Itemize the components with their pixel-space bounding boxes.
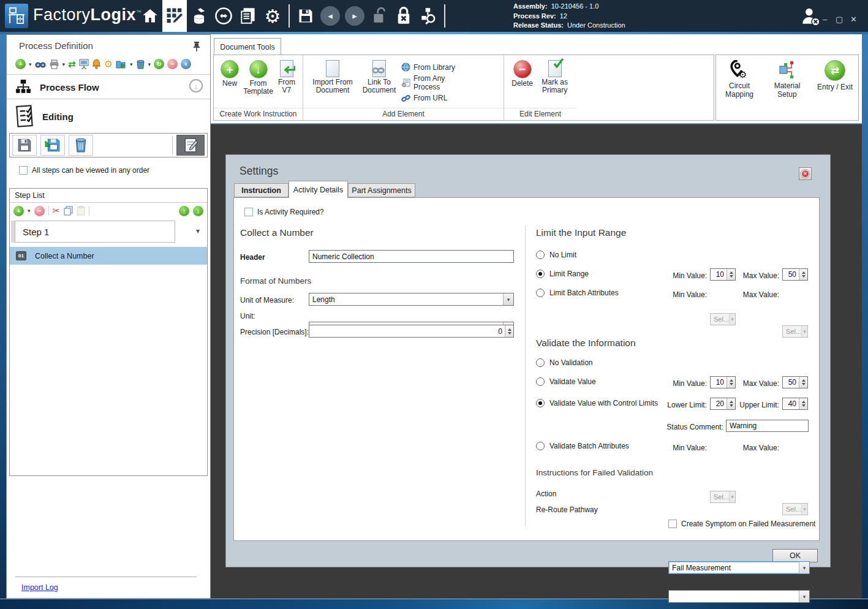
- user-logout-button[interactable]: [799, 6, 821, 27]
- from-any-process-item[interactable]: ⚙ From Any Process: [401, 74, 474, 91]
- document-tools-tab[interactable]: Document Tools: [214, 38, 281, 55]
- move-step-up-button[interactable]: ↑: [179, 206, 189, 216]
- spinner-arrows-icon[interactable]: [799, 377, 807, 388]
- home-button[interactable]: [138, 1, 162, 31]
- no-limit-option[interactable]: No Limit: [536, 251, 576, 259]
- trash-dropdown-caret[interactable]: ▾: [148, 61, 151, 67]
- limit-batch-option[interactable]: Limit Batch Attributes: [536, 289, 619, 297]
- add-dropdown-caret[interactable]: ▾: [29, 61, 32, 67]
- cut-icon[interactable]: ✂: [53, 205, 61, 216]
- process-definition-button[interactable]: [162, 0, 187, 32]
- status-comment-input[interactable]: [726, 420, 809, 432]
- validate-batch-option[interactable]: Validate Batch Attributes: [536, 442, 629, 450]
- limit-range-radio[interactable]: [536, 270, 545, 278]
- pin-icon[interactable]: [192, 41, 203, 52]
- circuit-mapping-button[interactable]: ⚙ Circuit Mapping: [720, 60, 759, 120]
- chevron-down-icon[interactable]: ▾: [503, 293, 513, 305]
- limit-max-spinner[interactable]: 50: [782, 268, 808, 281]
- tab-part-assignments[interactable]: Part Assignments: [348, 183, 415, 197]
- batch-min-select[interactable]: Sel... ▾: [710, 313, 736, 325]
- add-button[interactable]: +: [15, 59, 26, 69]
- export-folder-icon[interactable]: [116, 59, 127, 69]
- link-to-document-button[interactable]: Link To Document: [360, 60, 399, 94]
- spinner-arrows-icon[interactable]: [799, 269, 807, 280]
- refresh-button[interactable]: ↻: [154, 59, 164, 69]
- move-step-down-button[interactable]: ↓: [193, 206, 203, 216]
- from-template-button[interactable]: ↓ From Template: [243, 60, 273, 96]
- chevron-down-icon[interactable]: ▾: [799, 562, 809, 573]
- header-input[interactable]: [309, 250, 514, 263]
- copy-icon[interactable]: [64, 206, 73, 216]
- step-activity-row[interactable]: 01 Collect a Number: [10, 247, 207, 265]
- back-button[interactable]: ◂: [318, 1, 342, 31]
- paste-icon[interactable]: [77, 206, 85, 216]
- action-select[interactable]: Fail Measurement ▾: [668, 561, 810, 574]
- bell-icon[interactable]: [92, 59, 101, 69]
- export-dropdown-caret[interactable]: ▾: [130, 61, 133, 67]
- print-icon[interactable]: [49, 59, 59, 69]
- ok-button[interactable]: OK: [772, 549, 818, 562]
- remove-button[interactable]: −: [167, 59, 178, 69]
- from-v7-button[interactable]: From V7: [276, 60, 298, 94]
- validate-control-limits-option[interactable]: Validate Value with Control Limits: [536, 399, 658, 407]
- dialog-close-button[interactable]: ✕: [799, 167, 812, 180]
- process-search-button[interactable]: [416, 1, 440, 31]
- close-button[interactable]: ✕: [850, 15, 857, 24]
- spinner-arrows-icon[interactable]: [799, 398, 807, 409]
- binoculars-icon[interactable]: [35, 60, 46, 69]
- reroute-pathway-select[interactable]: ▾: [668, 590, 810, 603]
- editing-header[interactable]: Editing: [15, 104, 203, 129]
- transfer-button[interactable]: [211, 1, 236, 31]
- documents-button[interactable]: [236, 1, 260, 31]
- save-step-button[interactable]: [12, 135, 37, 156]
- unit-of-measure-select[interactable]: Length ▾: [309, 293, 514, 306]
- from-url-item[interactable]: From URL: [401, 94, 474, 102]
- print-dropdown-caret[interactable]: ▾: [62, 61, 66, 67]
- validate-value-option[interactable]: Validate Value: [536, 377, 596, 386]
- remove-step-button[interactable]: −: [34, 206, 45, 216]
- precision-spinner[interactable]: 0: [309, 325, 514, 338]
- maximize-button[interactable]: ▢: [836, 15, 843, 24]
- control-limits-radio[interactable]: [536, 399, 545, 407]
- validate-batch-max-select[interactable]: Sel... ▾: [782, 503, 808, 515]
- validate-batch-radio[interactable]: [536, 442, 545, 450]
- process-flow-header[interactable]: Process Flow: [15, 78, 203, 96]
- activity-required-row[interactable]: Is Activity Required?: [244, 208, 324, 216]
- validate-batch-min-select[interactable]: Sel... ▾: [710, 491, 736, 503]
- activity-required-checkbox[interactable]: [244, 208, 253, 216]
- import-log-link[interactable]: Import Log: [21, 583, 58, 592]
- step-selector[interactable]: Step 1: [15, 221, 175, 243]
- edit-mode-toggle[interactable]: [176, 135, 205, 156]
- tab-instruction[interactable]: Instruction: [234, 183, 289, 197]
- create-symptom-checkbox[interactable]: [668, 520, 677, 528]
- tab-activity-details[interactable]: Activity Details: [289, 181, 348, 198]
- step-selector-caret[interactable]: ▾: [196, 227, 200, 235]
- chevron-down-icon[interactable]: ▾: [799, 591, 809, 602]
- all-steps-checkbox-row[interactable]: All steps can be viewed in any order: [19, 166, 149, 175]
- new-button[interactable]: + New: [219, 60, 241, 88]
- presentation-icon[interactable]: [79, 59, 89, 69]
- lock-button[interactable]: [391, 1, 416, 31]
- all-steps-checkbox[interactable]: [19, 166, 28, 175]
- limit-range-option[interactable]: Limit Range: [536, 270, 589, 278]
- production-button[interactable]: [187, 1, 211, 31]
- entry-exit-button[interactable]: ⇄ Entry / Exit: [815, 60, 855, 120]
- mark-as-primary-button[interactable]: Mark as Primary: [538, 60, 572, 94]
- delete-element-button[interactable]: − Delete: [509, 60, 535, 88]
- settings-button[interactable]: ⚙: [260, 1, 285, 31]
- collapse-button[interactable]: ↓: [189, 79, 203, 93]
- no-validation-radio[interactable]: [536, 358, 545, 367]
- import-from-document-button[interactable]: Import From Document: [308, 60, 357, 94]
- add-step-caret[interactable]: ▾: [28, 208, 31, 214]
- upper-limit-spinner[interactable]: 40: [782, 398, 808, 410]
- forward-button[interactable]: ▸: [342, 1, 367, 31]
- minimize-button[interactable]: –: [823, 15, 827, 24]
- no-validation-option[interactable]: No Validation: [536, 358, 593, 367]
- spinner-arrows-icon[interactable]: [505, 325, 513, 337]
- validate-max-spinner[interactable]: 50: [782, 376, 808, 388]
- reassign-icon[interactable]: ⇄: [68, 59, 76, 70]
- material-setup-button[interactable]: Material Setup: [768, 60, 807, 120]
- trash-export-icon[interactable]: [136, 59, 145, 69]
- limit-batch-radio[interactable]: [536, 289, 545, 297]
- create-symptom-row[interactable]: Create Symptom on Failed Measurement: [668, 520, 815, 528]
